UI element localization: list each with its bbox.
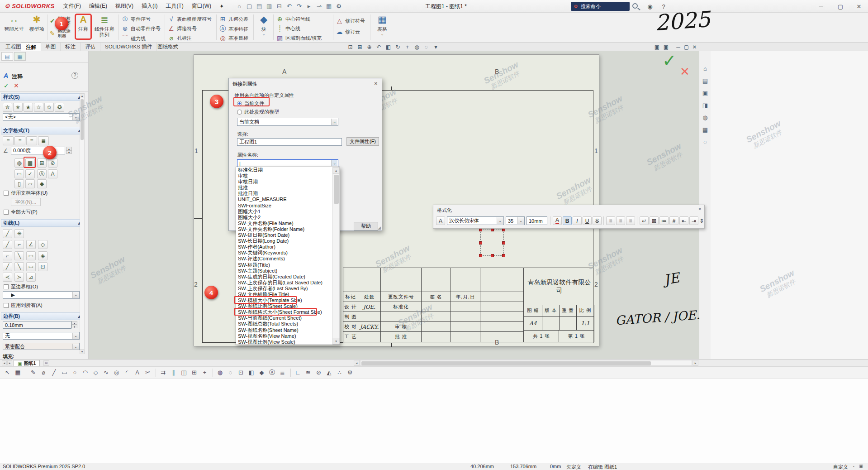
list-item[interactable]: SW-视图比例(View Scale) — [236, 339, 332, 345]
align-right-icon[interactable]: ≡ — [26, 136, 37, 145]
sheet-properties-icon[interactable]: ▦ — [324, 1, 334, 11]
layers-icon[interactable]: ≣ — [278, 368, 287, 377]
leader-anchor-left-icon[interactable]: ≺ — [3, 273, 12, 282]
center-mark-button[interactable]: ⊕ 中心符号线 — [276, 15, 310, 23]
arc-icon[interactable]: ◠ — [81, 368, 90, 377]
to-bounding-box-checkbox[interactable]: 至边界框(O) — [4, 283, 38, 290]
leader-icon[interactable]: ╱ — [3, 229, 12, 238]
line-icon[interactable]: ╱ — [49, 368, 59, 377]
section-leader[interactable]: 引线(L)▴ — [1, 219, 83, 227]
list-item[interactable]: SW-生成的日期(Created Date) — [236, 274, 332, 280]
hscroll-left-icon[interactable]: ◂ — [354, 360, 360, 366]
close-icon[interactable]: ✕ — [850, 0, 868, 13]
geometric-tolerance-button[interactable]: ⊞ 几何公差 — [219, 15, 248, 23]
panel-scrollbar[interactable] — [80, 93, 85, 354]
zoom-fit-icon[interactable]: ⊡ — [346, 43, 355, 51]
scroll-down-icon[interactable]: ▾ — [332, 338, 340, 345]
list-item[interactable]: 图幅大小1 — [236, 209, 332, 215]
outdent-icon[interactable]: ⇤ — [679, 216, 688, 225]
border-size-input[interactable]: 0.18mm — [3, 321, 71, 329]
toolbar-options-icon[interactable]: ⚙ — [345, 368, 355, 377]
scroll-up-icon[interactable]: ▴ — [80, 93, 85, 98]
scroll-down-icon[interactable]: ▾ — [80, 349, 85, 354]
style-delete-favorite-icon[interactable]: ✭ — [13, 103, 23, 112]
pm-help-icon[interactable]: ? — [71, 72, 78, 79]
redo-icon[interactable]: ↷ — [294, 1, 304, 11]
resize-handle[interactable] — [479, 254, 482, 257]
section-view-icon[interactable]: ◧ — [384, 43, 393, 51]
view-orientation-icon[interactable]: ◆ — [257, 368, 266, 377]
flag-icon[interactable]: ◆ — [37, 179, 47, 188]
tab-nav-left-icon[interactable]: ◂ — [2, 360, 7, 365]
indent-icon[interactable]: ⇥ — [689, 216, 698, 225]
menu-file[interactable]: 文件(F) — [59, 0, 85, 13]
leader-anchor-auto-icon[interactable]: ⊿ — [26, 273, 36, 282]
lock-note-icon[interactable]: ⊘ — [48, 158, 57, 168]
sketch-icon[interactable]: ✎ — [28, 368, 38, 377]
format-bar-close-icon[interactable]: ✕ — [698, 207, 702, 211]
list-item[interactable]: SW-视图名称(View Name) — [236, 333, 332, 339]
resize-handle[interactable] — [502, 241, 505, 245]
rectangle-icon[interactable]: ▭ — [60, 368, 69, 377]
list-item[interactable]: SW-标题(Title) — [236, 262, 332, 268]
zoom-fit-icon[interactable]: ⊡ — [236, 368, 246, 377]
search-magnifier-icon[interactable] — [632, 3, 638, 9]
centerline-button[interactable]: ┊ 中心线 — [276, 25, 300, 32]
leader-right-icon[interactable]: ╲ — [14, 251, 24, 260]
area-hatch-button[interactable]: ▨ 区域剖面线/填充 — [276, 34, 322, 42]
bullet-list-icon[interactable]: ≔ — [659, 216, 669, 225]
ellipse-icon[interactable]: ◎ — [112, 368, 121, 377]
section-border[interactable]: 边界(B)▴ — [1, 312, 83, 320]
style-save-favorite-icon[interactable]: ★ — [24, 103, 33, 112]
shaded-view-icon[interactable]: ◭ — [324, 368, 334, 377]
align-icon[interactable]: ∟ — [293, 368, 303, 377]
border-fit-dropdown[interactable]: 紧密配合⌄ — [3, 343, 80, 350]
property-manager-tab[interactable]: ▦ — [14, 52, 26, 61]
zoom-in-out-icon[interactable]: ⊕ — [365, 43, 374, 51]
style-menu-icon[interactable]: ✪ — [55, 103, 64, 112]
datum-flag-icon[interactable]: Ⓐ — [37, 169, 47, 178]
attach-icon[interactable]: ⊸ — [314, 1, 324, 11]
sheet-tab-sheet1[interactable]: ▣ 图纸1 — [14, 360, 40, 367]
underline-leader-icon[interactable]: ∠ — [26, 240, 36, 249]
note-edit-box[interactable] — [480, 230, 504, 256]
font-color-icon[interactable]: A — [553, 216, 562, 225]
hide-show-icon[interactable]: ◌ — [226, 368, 235, 377]
list-item[interactable]: SW-短日期(Short Date) — [236, 232, 332, 238]
smart-dimension-button[interactable]: ↔ 智能尺寸 — [3, 14, 25, 32]
font-family-dropdown[interactable]: 汉仪长仿宋体⌄ — [447, 216, 504, 225]
insert-hyperlink-icon[interactable]: ◍ — [14, 158, 24, 168]
italic-button[interactable]: I — [573, 216, 582, 225]
anchor-icon[interactable]: ▱ — [25, 179, 35, 188]
all-caps-checkbox[interactable]: 全部大写(P) — [4, 209, 38, 216]
list-item[interactable]: 批准 — [236, 185, 332, 191]
list-item[interactable]: SW-文件夹名称(Folder Name) — [236, 226, 332, 232]
align-right-button[interactable]: ≡ — [626, 216, 635, 225]
scrollbar-thumb[interactable] — [334, 175, 339, 204]
align-left-button[interactable]: ≡ — [606, 216, 615, 225]
status-caret-icon[interactable]: ⌄ — [852, 464, 855, 468]
weld-symbol-button[interactable]: ∠ 焊接符号 — [167, 25, 197, 32]
tab-sheet-format[interactable]: 图纸格式 — [153, 43, 183, 51]
bold-button[interactable]: B — [563, 216, 572, 225]
smart-dimension-icon[interactable]: ⌀ — [39, 368, 48, 377]
list-item[interactable]: SW-文件名称(File Name) — [236, 221, 332, 226]
list-item[interactable]: 批准日期 — [236, 191, 332, 197]
border-size-spinner[interactable]: ▴▾ — [71, 321, 77, 328]
new-document-icon[interactable]: ▢ — [244, 1, 254, 11]
selected-document-field[interactable]: 工程图1 — [237, 138, 342, 146]
leader-style-icon[interactable]: ╱ — [3, 240, 12, 249]
insert-field-icon[interactable]: ▭ — [14, 169, 24, 178]
circle-icon[interactable]: ○ — [70, 368, 80, 377]
custom-properties-icon[interactable]: ▦ — [701, 125, 710, 134]
horizontal-scrollbar[interactable] — [360, 360, 692, 366]
doc-restore-icon[interactable]: ▢ — [682, 43, 691, 51]
multi-leader-icon[interactable]: ✳ — [14, 229, 24, 238]
menu-window[interactable]: 窗口(W) — [188, 0, 215, 13]
cancel-x-mark[interactable]: ✕ — [680, 65, 690, 79]
scroll-up-icon[interactable]: ▴ — [332, 167, 340, 174]
border-style-dropdown[interactable]: 无⌄ — [3, 332, 80, 340]
text-height-input[interactable]: 10mm — [526, 216, 547, 225]
task-home-icon[interactable]: ⌂ — [701, 64, 710, 73]
style-load-favorite-icon[interactable]: ☆ — [34, 103, 43, 112]
